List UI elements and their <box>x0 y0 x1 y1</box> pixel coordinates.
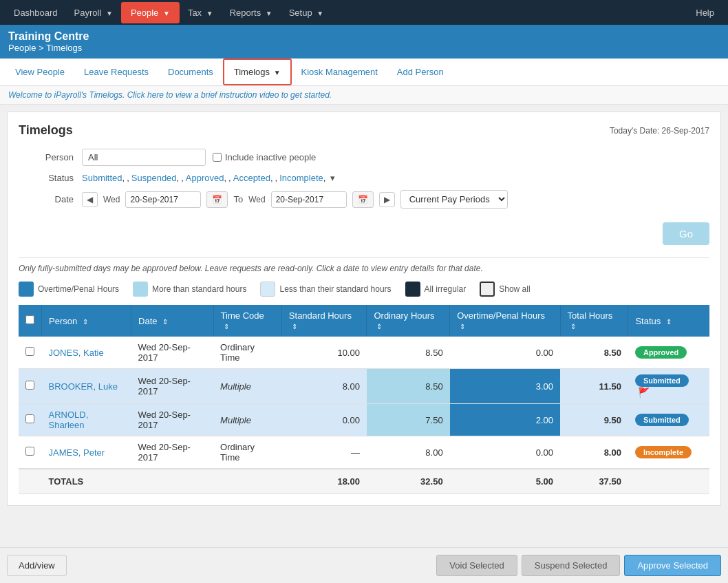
status-tag-incomplete[interactable]: Incomplete <box>279 173 328 183</box>
date-cell[interactable]: Wed 20-Sep-2017 <box>131 436 214 469</box>
totals-date-cell <box>131 469 214 494</box>
person-row: Person Include inactive people <box>19 149 709 166</box>
date-from-calendar-icon[interactable]: 📅 <box>206 191 228 208</box>
table-row: BROOKER, Luke Wed 20-Sep-2017 Multiple 8… <box>19 369 709 404</box>
person-link[interactable]: JONES, Katie <box>49 348 104 358</box>
nav-reports[interactable]: Reports ▼ <box>222 3 281 22</box>
status-dropdown-chevron[interactable]: ▾ <box>330 173 335 183</box>
standard-hours-cell: 0.00 <box>281 404 367 436</box>
legend-less-than[interactable]: Less than their standard hours <box>260 282 391 297</box>
date-cell[interactable]: Wed 20-Sep-2017 <box>131 337 214 369</box>
total-hours-cell: 9.50 <box>560 404 628 436</box>
status-badge: Submitted <box>635 374 689 387</box>
page-title: Timelogs <box>19 123 73 138</box>
th-checkbox[interactable] <box>19 305 42 337</box>
date-label: Date <box>19 194 74 204</box>
status-cell: Incomplete <box>628 436 709 469</box>
breadcrumb: People > Timelogs <box>8 43 720 53</box>
go-button[interactable]: Go <box>663 222 709 245</box>
row-checkbox-cell <box>19 337 42 369</box>
sort-time-code-icon: ⇕ <box>224 323 229 330</box>
nav-tax[interactable]: Tax ▼ <box>180 3 222 22</box>
person-cell: BROOKER, Luke <box>42 369 131 404</box>
legend-box-irregular <box>405 282 420 297</box>
nav-people[interactable]: People ▼ <box>121 2 180 23</box>
legend-label-show-all: Show all <box>499 284 530 294</box>
nav-dashboard[interactable]: Dashboard <box>6 3 66 22</box>
select-all-checkbox[interactable] <box>25 315 34 324</box>
subnav-documents[interactable]: Documents <box>158 60 223 84</box>
status-tag-approved[interactable]: Approved <box>186 173 228 183</box>
subnav-view-people[interactable]: View People <box>6 60 74 84</box>
person-input[interactable] <box>82 149 206 166</box>
table-row: JONES, Katie Wed 20-Sep-2017 Ordinary Ti… <box>19 337 709 369</box>
th-standard-hours[interactable]: Standard Hours ⇕ <box>281 305 367 337</box>
breadcrumb-people[interactable]: People <box>8 43 36 53</box>
totals-check-cell <box>19 469 42 494</box>
status-badge: Submitted <box>635 414 689 426</box>
nav-payroll[interactable]: Payroll ▼ <box>66 3 121 22</box>
totals-label: TOTALS <box>42 469 131 494</box>
th-ordinary-hours[interactable]: Ordinary Hours ⇕ <box>367 305 450 337</box>
flag-icon: 🚩 <box>638 387 650 398</box>
person-cell: JONES, Katie <box>42 337 131 369</box>
legend-irregular[interactable]: All irregular <box>405 282 467 297</box>
sort-overtime-icon: ⇕ <box>460 323 465 330</box>
sort-status-icon: ⇕ <box>666 318 672 326</box>
sort-ordinary-icon: ⇕ <box>376 323 382 330</box>
date-cell[interactable]: Wed 20-Sep-2017 <box>131 404 214 436</box>
date-from-input[interactable] <box>125 191 201 208</box>
subnav-add-person[interactable]: Add Person <box>387 60 453 84</box>
legend-more-than[interactable]: More than standard hours <box>133 282 246 297</box>
row-checkbox[interactable] <box>25 347 34 356</box>
legend-box-overtime <box>19 282 34 297</box>
nav-help[interactable]: Help <box>687 3 722 22</box>
person-link[interactable]: BROOKER, Luke <box>49 381 118 392</box>
th-status[interactable]: Status ⇕ <box>628 305 709 337</box>
person-cell: ARNOLD, Sharleen <box>42 404 131 436</box>
include-inactive-label[interactable]: Include inactive people <box>213 152 316 162</box>
subnav-leave-requests[interactable]: Leave Requests <box>74 60 158 84</box>
total-hours-cell: 8.50 <box>560 337 628 369</box>
separator <box>19 257 709 258</box>
th-overtime-hours[interactable]: Overtime/Penal Hours ⇕ <box>450 305 560 337</box>
payroll-chevron: ▼ <box>106 10 113 17</box>
pay-period-select[interactable]: Current Pay Periods Previous Pay Period … <box>400 190 508 209</box>
date-prev-button[interactable]: ◀ <box>82 192 98 207</box>
th-person[interactable]: Person ⇕ <box>42 305 131 337</box>
subnav-timelogs[interactable]: Timelogs ▼ <box>223 59 292 85</box>
people-chevron: ▼ <box>163 10 170 17</box>
welcome-text: Welcome to iPayroll's Timelogs. Click he… <box>8 90 332 100</box>
welcome-bar[interactable]: Welcome to iPayroll's Timelogs. Click he… <box>0 86 728 105</box>
sort-total-icon: ⇕ <box>570 323 576 330</box>
status-row: Status Submitted, Suspended, Approved, A… <box>19 173 709 183</box>
row-checkbox[interactable] <box>25 414 34 423</box>
th-time-code[interactable]: Time Code ⇕ <box>213 305 281 337</box>
setup-chevron: ▼ <box>317 10 323 17</box>
section-header: Timelogs Today's Date: 26-Sep-2017 <box>19 123 709 138</box>
person-link[interactable]: ARNOLD, Sharleen <box>49 410 89 430</box>
status-tag-accepted[interactable]: Accepted <box>233 173 275 183</box>
date-cell[interactable]: Wed 20-Sep-2017 <box>131 369 214 404</box>
legend-label-less-than: Less than their standard hours <box>279 284 391 294</box>
th-date[interactable]: Date ⇕ <box>131 305 214 337</box>
date-to-calendar-icon[interactable]: 📅 <box>352 191 374 208</box>
nav-setup[interactable]: Setup ▼ <box>281 3 332 22</box>
reports-chevron: ▼ <box>266 10 272 17</box>
include-inactive-checkbox[interactable] <box>213 153 222 162</box>
row-checkbox[interactable] <box>25 381 34 390</box>
status-tag-suspended[interactable]: Suspended <box>131 173 181 183</box>
legend-overtime[interactable]: Overtime/Penal Hours <box>19 282 119 297</box>
status-cell: Submitted <box>628 404 709 436</box>
status-tag-submitted[interactable]: Submitted <box>82 173 127 183</box>
row-checkbox[interactable] <box>25 447 34 456</box>
legend-show-all[interactable]: Show all <box>480 282 530 297</box>
sub-nav: View People Leave Requests Documents Tim… <box>0 59 728 86</box>
person-link[interactable]: JAMES, Peter <box>49 447 105 458</box>
overtime-hours-cell: 2.00 <box>450 404 560 436</box>
date-to-input[interactable] <box>271 191 347 208</box>
date-next-button[interactable]: ▶ <box>379 192 395 207</box>
th-total-hours[interactable]: Total Hours ⇕ <box>560 305 628 337</box>
subnav-kiosk-management[interactable]: Kiosk Management <box>292 60 387 84</box>
totals-status-cell <box>628 469 709 494</box>
